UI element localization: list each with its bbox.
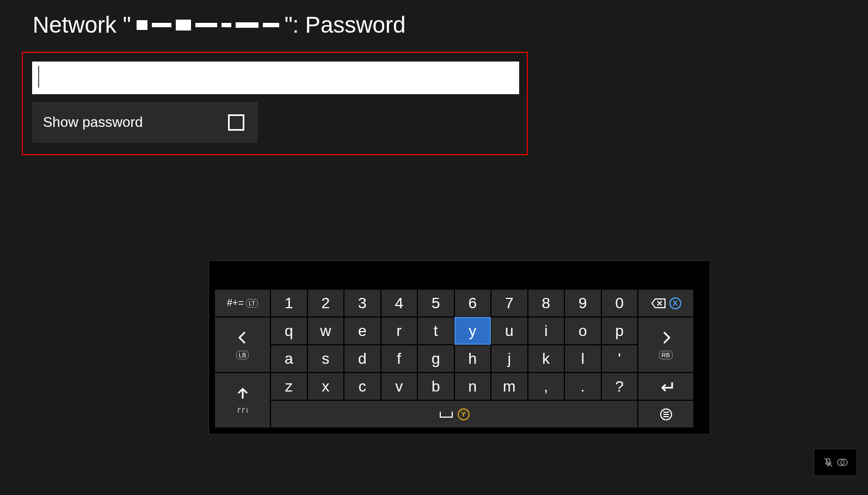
key-v[interactable]: v bbox=[381, 372, 418, 400]
key-0[interactable]: 0 bbox=[601, 289, 638, 317]
key-symbols[interactable]: #+=LT bbox=[214, 289, 270, 317]
key-h[interactable]: h bbox=[454, 345, 491, 372]
key-f[interactable]: f bbox=[381, 345, 418, 372]
onscreen-keyboard: #+=LTLBXRB1234567890qwertyuiopasdfghjkl'… bbox=[208, 260, 710, 435]
key-7[interactable]: 7 bbox=[491, 289, 528, 317]
key-z[interactable]: z bbox=[270, 372, 307, 400]
key-j[interactable]: j bbox=[491, 345, 528, 372]
text-cursor bbox=[38, 66, 39, 88]
key-backspace[interactable]: X bbox=[638, 289, 694, 317]
chevron-right-icon bbox=[658, 330, 674, 345]
key-6[interactable]: 6 bbox=[454, 289, 491, 317]
circles-icon bbox=[836, 456, 848, 468]
key-sym-9[interactable]: ' bbox=[601, 345, 638, 372]
key-r[interactable]: r bbox=[381, 317, 418, 345]
key-3[interactable]: 3 bbox=[344, 289, 381, 317]
key-p[interactable]: p bbox=[601, 317, 638, 345]
key-d[interactable]: d bbox=[344, 345, 381, 372]
password-input[interactable] bbox=[32, 62, 519, 94]
key-shift[interactable] bbox=[214, 372, 270, 428]
key-n[interactable]: n bbox=[454, 372, 491, 400]
key-k[interactable]: k bbox=[528, 345, 565, 372]
lb-badge-icon: LB bbox=[236, 351, 249, 359]
key-9[interactable]: 9 bbox=[564, 289, 601, 317]
page-title: Network " ": Password bbox=[33, 12, 405, 38]
key-options[interactable] bbox=[638, 400, 694, 428]
title-suffix: ": Password bbox=[285, 12, 406, 38]
key-w[interactable]: w bbox=[307, 317, 344, 345]
space-icon bbox=[439, 411, 453, 418]
microphone-off-icon bbox=[822, 456, 834, 468]
lt-badge-icon: LT bbox=[246, 299, 258, 308]
key-s[interactable]: s bbox=[307, 345, 344, 372]
chevron-left-icon bbox=[235, 330, 250, 345]
key-t[interactable]: t bbox=[417, 317, 454, 345]
key-4[interactable]: 4 bbox=[381, 289, 418, 317]
key-cursor-right[interactable]: RB bbox=[638, 317, 694, 372]
show-password-checkbox[interactable] bbox=[228, 114, 244, 131]
key-l[interactable]: l bbox=[564, 345, 601, 372]
rb-badge-icon: RB bbox=[659, 351, 673, 359]
key-sym-9[interactable]: ? bbox=[601, 372, 638, 400]
arrow-up-icon bbox=[235, 386, 250, 401]
key-u[interactable]: u bbox=[491, 317, 528, 345]
bottom-tray bbox=[814, 449, 857, 476]
y-badge-icon: Y bbox=[458, 408, 470, 420]
key-m[interactable]: m bbox=[491, 372, 528, 400]
backspace-icon bbox=[651, 298, 666, 309]
key-5[interactable]: 5 bbox=[417, 289, 454, 317]
key-8[interactable]: 8 bbox=[528, 289, 565, 317]
enter-icon bbox=[658, 380, 674, 393]
key-x[interactable]: x bbox=[307, 372, 344, 400]
key-space[interactable]: Y bbox=[270, 400, 638, 428]
x-badge-icon: X bbox=[669, 297, 681, 309]
title-prefix: Network " bbox=[33, 12, 131, 38]
key-q[interactable]: q bbox=[270, 317, 307, 345]
key-o[interactable]: o bbox=[564, 317, 601, 345]
key-y[interactable]: y bbox=[454, 317, 491, 345]
password-form-highlight: Show password bbox=[22, 52, 528, 155]
caps-icon bbox=[236, 406, 249, 415]
menu-circle-icon bbox=[660, 408, 673, 421]
key-1[interactable]: 1 bbox=[270, 289, 307, 317]
show-password-toggle[interactable]: Show password bbox=[32, 102, 258, 143]
key-g[interactable]: g bbox=[417, 345, 454, 372]
key-enter[interactable] bbox=[638, 372, 694, 400]
key-b[interactable]: b bbox=[417, 372, 454, 400]
key-a[interactable]: a bbox=[270, 345, 307, 372]
show-password-label: Show password bbox=[43, 114, 143, 131]
key-sym-8[interactable]: . bbox=[564, 372, 601, 400]
redacted-ssid bbox=[137, 20, 279, 30]
key-c[interactable]: c bbox=[344, 372, 381, 400]
key-cursor-left[interactable]: LB bbox=[214, 317, 270, 372]
key-sym-7[interactable]: , bbox=[528, 372, 565, 400]
key-2[interactable]: 2 bbox=[307, 289, 344, 317]
key-e[interactable]: e bbox=[344, 317, 381, 345]
key-i[interactable]: i bbox=[528, 317, 565, 345]
